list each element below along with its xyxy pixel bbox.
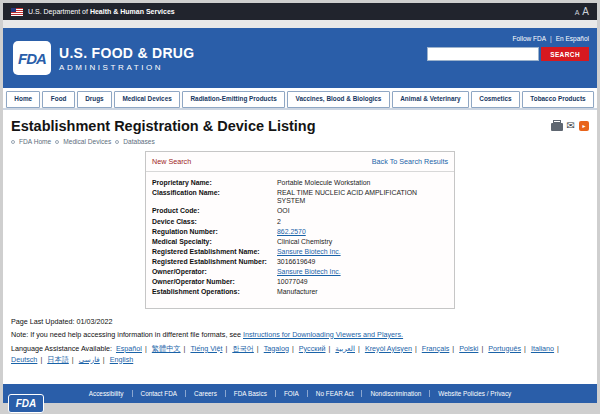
field-value: REAL TIME NUCLEIC ACID AMPLIFICATION SYS… bbox=[277, 189, 435, 206]
nav-tab-food[interactable]: Food bbox=[42, 91, 74, 108]
regulation-number-link[interactable]: 862.2570 bbox=[277, 228, 435, 237]
lang-link-farsi[interactable]: فارسی bbox=[79, 355, 108, 364]
footer-link-accessibility[interactable]: Accessibility bbox=[81, 390, 133, 397]
page-title: Establishment Registration & Device List… bbox=[11, 118, 316, 134]
field-value: 2 bbox=[277, 218, 435, 227]
new-search-link[interactable]: New Search bbox=[152, 157, 191, 166]
table-row-product-code: Product Code: OOI bbox=[152, 207, 448, 216]
device-detail-panel: New Search Back To Search Results Propri… bbox=[145, 151, 455, 309]
text-size-large-button[interactable]: A bbox=[582, 6, 589, 17]
field-label: Establishment Operations: bbox=[152, 288, 277, 297]
lang-link-korean[interactable]: 한국어 bbox=[232, 344, 261, 353]
table-row-owner-operator-number: Owner/Operator Number: 10077049 bbox=[152, 278, 448, 287]
lang-link-french[interactable]: Français bbox=[422, 344, 457, 353]
lang-link-polish[interactable]: Polski bbox=[459, 344, 486, 353]
language-assistance-label: Language Assistance Available: bbox=[11, 344, 112, 353]
lang-link-vietnamese[interactable]: Tiếng Việt bbox=[190, 344, 230, 353]
print-icon-tray bbox=[553, 120, 561, 123]
lang-link-english[interactable]: English bbox=[110, 355, 134, 364]
fda-logo[interactable]: FDA bbox=[13, 41, 51, 75]
fda-footer-logo-text: FDA bbox=[16, 398, 37, 409]
footer-link-careers[interactable]: Careers bbox=[186, 390, 226, 397]
nav-tab-animal-veterinary[interactable]: Animal & Veterinary bbox=[392, 91, 469, 108]
brand-line-2: ADMINISTRATION bbox=[59, 63, 194, 72]
owner-operator-link[interactable]: Sansure Biotech Inc. bbox=[277, 268, 435, 277]
footer-link-no-fear-act[interactable]: No FEAR Act bbox=[308, 390, 363, 397]
table-row-proprietary-name: Proprietary Name: Portable Molecule Work… bbox=[152, 179, 448, 188]
field-label: Classification Name: bbox=[152, 189, 277, 206]
field-label: Owner/Operator Number: bbox=[152, 278, 277, 287]
header-links: Follow FDAEn Español bbox=[427, 35, 589, 42]
registered-establishment-name-link[interactable]: Sansure Biotech Inc. bbox=[277, 248, 435, 257]
breadcrumb-medical-devices[interactable]: Medical Devices bbox=[63, 138, 111, 145]
field-value: Portable Molecule Workstation bbox=[277, 179, 435, 188]
follow-fda-link[interactable]: Follow FDA bbox=[512, 35, 546, 42]
us-flag-icon bbox=[11, 8, 23, 16]
footer-link-website-policies[interactable]: Website Policies / Privacy bbox=[430, 390, 519, 397]
note-text: Note: If you need help accessing informa… bbox=[11, 330, 243, 339]
table-row-regulation-number: Regulation Number: 862.2570 bbox=[152, 228, 448, 237]
header-right: Follow FDAEn Español SEARCH bbox=[427, 35, 589, 61]
field-label: Medical Specialty: bbox=[152, 238, 277, 247]
lang-link-russian[interactable]: Русский bbox=[299, 344, 334, 353]
footer-link-foia[interactable]: FOIA bbox=[276, 390, 308, 397]
lang-link-chinese[interactable]: 繁體中文 bbox=[152, 344, 189, 353]
fda-footer-logo[interactable]: FDA bbox=[8, 394, 44, 413]
file-formats-note: Note: If you need help accessing informa… bbox=[11, 330, 589, 339]
fda-site: U.S. Department of Health & Human Servic… bbox=[3, 0, 597, 414]
lang-link-japanese[interactable]: 日本語 bbox=[47, 355, 76, 364]
nav-tab-radiation-emitting-products[interactable]: Radiation-Emitting Products bbox=[182, 91, 285, 108]
main-content: Establishment Registration & Device List… bbox=[3, 110, 597, 384]
brand-line-1: U.S. FOOD & DRUG bbox=[59, 45, 194, 61]
search-button[interactable]: SEARCH bbox=[541, 47, 589, 61]
footer-link-contact-fda[interactable]: Contact FDA bbox=[133, 390, 187, 397]
nav-tab-tobacco-products[interactable]: Tobacco Products bbox=[522, 91, 594, 108]
viewers-players-link[interactable]: Instructions for Downloading Viewers and… bbox=[243, 330, 403, 339]
breadcrumb-fda-home[interactable]: FDA Home bbox=[19, 138, 51, 145]
field-value: Clinical Chemistry bbox=[277, 238, 435, 247]
field-label: Registered Establishment Number: bbox=[152, 258, 277, 267]
lang-link-german[interactable]: Deutsch bbox=[11, 355, 45, 364]
page-action-icons: ✉ ► bbox=[551, 121, 589, 131]
header-gap bbox=[3, 20, 597, 28]
hhs-department-link[interactable]: U.S. Department of Health & Human Servic… bbox=[28, 8, 575, 15]
lang-link-arabic[interactable]: العربية bbox=[335, 344, 363, 353]
nav-tab-drugs[interactable]: Drugs bbox=[77, 91, 112, 108]
footer-link-nondiscrimination[interactable]: Nondiscrimination bbox=[362, 390, 430, 397]
lang-link-kreyol[interactable]: Kreyòl Ayisyen bbox=[365, 344, 420, 353]
fda-brand: U.S. FOOD & DRUG ADMINISTRATION bbox=[59, 45, 194, 72]
en-espanol-link[interactable]: En Español bbox=[556, 35, 589, 42]
text-size-small-button[interactable]: A bbox=[575, 9, 580, 16]
footer-link-fda-basics[interactable]: FDA Basics bbox=[226, 390, 276, 397]
share-icon[interactable]: ► bbox=[579, 121, 589, 131]
table-row-registered-establishment-number: Registered Establishment Number: 3016619… bbox=[152, 258, 448, 267]
table-row-owner-operator: Owner/Operator: Sansure Biotech Inc. bbox=[152, 268, 448, 277]
breadcrumb-dot bbox=[55, 140, 59, 144]
text-size-controls: A A bbox=[575, 6, 589, 17]
footer-area: Accessibility Contact FDA Careers FDA Ba… bbox=[3, 384, 597, 414]
lang-link-tagalog[interactable]: Tagalog bbox=[264, 344, 297, 353]
table-row-registered-establishment-name: Registered Establishment Name: Sansure B… bbox=[152, 248, 448, 257]
lang-link-espanol[interactable]: Español bbox=[116, 344, 150, 353]
lang-link-italian[interactable]: Italiano bbox=[531, 344, 562, 353]
nav-tab-home[interactable]: Home bbox=[6, 91, 40, 108]
breadcrumb-databases[interactable]: Databases bbox=[123, 138, 155, 145]
field-label: Owner/Operator: bbox=[152, 268, 277, 277]
back-to-search-results-link[interactable]: Back To Search Results bbox=[372, 157, 448, 166]
field-value: 3016619649 bbox=[277, 258, 435, 267]
field-label: Product Code: bbox=[152, 207, 277, 216]
nav-tab-vaccines-blood-biologics[interactable]: Vaccines, Blood & Biologics bbox=[287, 91, 390, 108]
footer-nav: Accessibility Contact FDA Careers FDA Ba… bbox=[3, 384, 597, 403]
table-row-classification-name: Classification Name: REAL TIME NUCLEIC A… bbox=[152, 189, 448, 206]
field-label: Device Class: bbox=[152, 218, 277, 227]
nav-tab-medical-devices[interactable]: Medical Devices bbox=[114, 91, 180, 108]
field-value: 10077049 bbox=[277, 278, 435, 287]
field-value: Manufacturer bbox=[277, 288, 435, 297]
search-bar: SEARCH bbox=[427, 47, 589, 61]
lang-link-portuguese[interactable]: Português bbox=[488, 344, 529, 353]
email-icon[interactable]: ✉ bbox=[567, 121, 575, 131]
nav-tab-cosmetics[interactable]: Cosmetics bbox=[471, 91, 520, 108]
print-icon[interactable] bbox=[551, 123, 563, 131]
breadcrumb: FDA Home Medical Devices Databases bbox=[11, 138, 589, 145]
search-input[interactable] bbox=[427, 47, 539, 61]
